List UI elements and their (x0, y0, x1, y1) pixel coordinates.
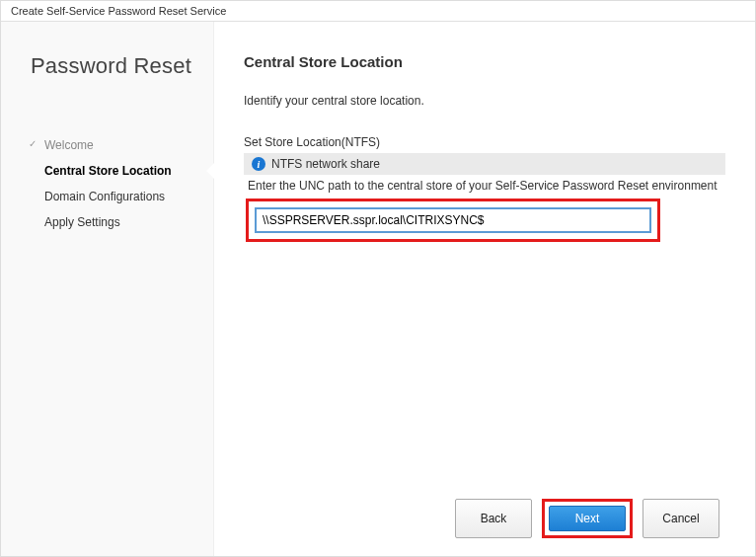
unc-hint: Enter the UNC path to the central store … (244, 179, 725, 193)
ntfs-share-label: NTFS network share (271, 157, 380, 171)
next-button-highlight: Next (542, 499, 633, 538)
wizard-steps: Welcome Central Store Location Domain Co… (31, 132, 213, 235)
step-central-store-location[interactable]: Central Store Location (31, 158, 213, 184)
unc-path-input[interactable] (255, 207, 651, 233)
ntfs-share-bar: i NTFS network share (244, 153, 725, 175)
page-title: Central Store Location (244, 53, 725, 70)
window-title: Create Self-Service Password Reset Servi… (1, 1, 755, 22)
wizard-window: Create Self-Service Password Reset Servi… (0, 0, 756, 557)
step-domain-configurations[interactable]: Domain Configurations (31, 184, 213, 209)
sidebar-heading: Password Reset (31, 53, 213, 79)
step-apply-settings[interactable]: Apply Settings (31, 209, 213, 235)
info-icon: i (252, 157, 265, 171)
store-location-label: Set Store Location(NTFS) (244, 135, 725, 149)
unc-input-highlight (246, 199, 660, 242)
content-area: Password Reset Welcome Central Store Loc… (1, 22, 755, 556)
wizard-footer: Back Next Cancel (244, 483, 725, 556)
back-button[interactable]: Back (455, 499, 532, 538)
sidebar: Password Reset Welcome Central Store Loc… (1, 22, 213, 556)
next-button[interactable]: Next (549, 506, 626, 531)
page-description: Identify your central store location. (244, 94, 725, 108)
main-panel: Central Store Location Identify your cen… (213, 22, 755, 556)
cancel-button[interactable]: Cancel (643, 499, 719, 538)
step-welcome[interactable]: Welcome (31, 132, 213, 158)
